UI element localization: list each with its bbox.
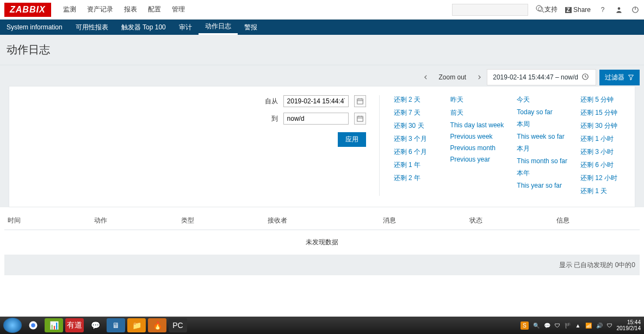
- search-input[interactable]: [456, 6, 537, 14]
- to-input[interactable]: [283, 113, 349, 125]
- tray-volume-icon[interactable]: 🔊: [596, 323, 603, 329]
- quick-range-link[interactable]: Previous year: [450, 156, 504, 163]
- clock-icon: [581, 73, 590, 82]
- quick-range-link[interactable]: This month so far: [517, 157, 567, 165]
- table-header[interactable]: 信息: [553, 212, 640, 230]
- from-calendar-icon[interactable]: [354, 95, 366, 107]
- quick-range-link[interactable]: 还剩 7 天: [394, 108, 437, 117]
- tray-up-icon[interactable]: ▲: [575, 323, 581, 329]
- tab-audit[interactable]: 审计: [172, 20, 199, 35]
- filter-panel: 自从 到 应用 还剩 2 天还剩 7 天还剩 30 天还剩 3 个月还剩 6 个…: [9, 86, 635, 207]
- time-range-label: 2019-02-14 15:44:47 – now/d: [493, 73, 578, 81]
- windows-taskbar: 📊 有道 💬 🖥 📁 🔥 PC S 🔍 💬 🛡 🏴 ▲ 📶 🔊 🛡 15:44 …: [0, 317, 644, 334]
- nav-inventory[interactable]: 资产记录: [82, 5, 119, 14]
- quick-range-link[interactable]: 还剩 1 小时: [580, 134, 624, 144]
- tray-shield-icon[interactable]: 🛡: [607, 323, 612, 329]
- quick-range-link[interactable]: 还剩 30 分钟: [580, 121, 624, 131]
- quick-range-link[interactable]: Previous week: [450, 133, 504, 140]
- taskbar-app2-icon[interactable]: 🖥: [107, 318, 125, 332]
- quick-range-link[interactable]: 本月: [517, 144, 567, 153]
- search-box[interactable]: [452, 4, 528, 16]
- table-header[interactable]: 消息: [380, 212, 466, 230]
- quick-range-link[interactable]: 今天: [517, 95, 567, 104]
- help-icon[interactable]: ?: [598, 5, 607, 14]
- taskbar-app4-icon[interactable]: 🔥: [148, 318, 166, 332]
- tray-signal-icon[interactable]: 📶: [585, 323, 592, 329]
- quick-range-link[interactable]: 本周: [517, 120, 567, 129]
- taskbar-app3-icon[interactable]: 📁: [127, 318, 146, 332]
- quick-range-link[interactable]: 昨天: [450, 95, 504, 104]
- quick-range-link[interactable]: 还剩 5 分钟: [580, 95, 624, 104]
- svg-point-17: [31, 323, 35, 327]
- empty-row: 未发现数据: [4, 230, 640, 255]
- taskbar-wechat-icon[interactable]: 💬: [86, 318, 104, 332]
- table-footer: 显示 已自动发现的 0中的0: [4, 255, 640, 275]
- power-icon[interactable]: [631, 5, 640, 14]
- time-range[interactable]: 2019-02-14 15:44:47 – now/d: [487, 69, 596, 85]
- tab-action-log[interactable]: 动作日志: [199, 20, 238, 35]
- tab-alerts[interactable]: 警报: [238, 20, 264, 35]
- quick-range-link[interactable]: 还剩 2 年: [394, 174, 437, 183]
- table-header[interactable]: 状态: [466, 212, 553, 230]
- tray-wechat-icon[interactable]: 💬: [544, 323, 550, 329]
- quick-range-link[interactable]: 还剩 1 天: [580, 187, 624, 196]
- tab-triggers-top[interactable]: 触发器 Top 100: [115, 20, 172, 35]
- time-prev-icon[interactable]: [418, 70, 434, 85]
- taskbar-pycharm-icon[interactable]: PC: [169, 318, 187, 332]
- quick-range-link[interactable]: This week so far: [517, 133, 567, 140]
- table-header[interactable]: 类型: [178, 212, 264, 230]
- filter-button[interactable]: 过滤器: [599, 70, 640, 85]
- tray-sogou-icon[interactable]: S: [521, 321, 529, 330]
- system-tray[interactable]: S 🔍 💬 🛡 🏴 ▲ 📶 🔊 🛡 15:44 2019/2/14: [521, 319, 641, 331]
- table-header[interactable]: 接收者: [264, 212, 380, 230]
- quick-range-link[interactable]: 还剩 12 小时: [580, 174, 624, 183]
- svg-rect-12: [357, 116, 363, 121]
- quick-ranges: 还剩 2 天还剩 7 天还剩 30 天还剩 3 个月还剩 6 个月还剩 1 年还…: [380, 95, 624, 196]
- quick-range-link[interactable]: Previous month: [450, 144, 504, 152]
- quick-range-link[interactable]: 还剩 3 个月: [394, 134, 437, 144]
- share-link[interactable]: Z Share: [565, 6, 591, 14]
- taskbar-date: 2019/2/14: [617, 325, 641, 331]
- tab-availability[interactable]: 可用性报表: [69, 20, 115, 35]
- page-title: 动作日志: [0, 35, 644, 65]
- support-link[interactable]: 支持: [536, 5, 557, 14]
- nav-reports[interactable]: 报表: [119, 5, 143, 14]
- tray-app-icon[interactable]: 🛡: [555, 323, 560, 329]
- tray-flag-icon[interactable]: 🏴: [565, 323, 571, 329]
- taskbar-time: 15:44: [617, 319, 641, 325]
- taskbar-clock[interactable]: 15:44 2019/2/14: [617, 319, 641, 331]
- quick-range-link[interactable]: 还剩 6 个月: [394, 147, 437, 157]
- taskbar-app1-icon[interactable]: 📊: [45, 318, 63, 332]
- quick-range-link[interactable]: 还剩 3 小时: [580, 147, 624, 157]
- to-calendar-icon[interactable]: [354, 113, 366, 125]
- taskbar-chrome-icon[interactable]: [24, 318, 42, 332]
- quick-range-link[interactable]: 前天: [450, 108, 504, 117]
- table-header[interactable]: 动作: [91, 212, 177, 230]
- user-icon[interactable]: [615, 5, 623, 14]
- apply-button[interactable]: 应用: [338, 132, 366, 147]
- logo[interactable]: ZABBIX: [4, 3, 51, 17]
- quick-range-link[interactable]: This year so far: [517, 182, 567, 189]
- table-header[interactable]: 时间: [4, 212, 91, 230]
- tray-search-icon[interactable]: 🔍: [533, 323, 540, 329]
- nav-config[interactable]: 配置: [143, 5, 166, 14]
- quick-range-link[interactable]: 还剩 2 天: [394, 95, 437, 104]
- nav-monitoring[interactable]: 监测: [58, 5, 82, 14]
- from-input[interactable]: [283, 95, 349, 107]
- zoom-out-button[interactable]: Zoom out: [434, 73, 472, 81]
- svg-rect-8: [357, 99, 363, 104]
- tab-system-info[interactable]: System information: [0, 20, 69, 35]
- quick-range-link[interactable]: 还剩 30 天: [394, 121, 437, 131]
- quick-range-link[interactable]: This day last week: [450, 121, 504, 129]
- quick-range-link[interactable]: 还剩 6 小时: [580, 160, 624, 170]
- quick-range-link[interactable]: Today so far: [517, 108, 567, 116]
- start-button[interactable]: [3, 318, 22, 333]
- quick-range-link[interactable]: 还剩 1 年: [394, 160, 437, 170]
- taskbar-youdao-icon[interactable]: 有道: [65, 318, 84, 332]
- quick-range-link[interactable]: 还剩 15 分钟: [580, 108, 624, 117]
- share-label: Share: [573, 6, 591, 14]
- quick-range-link[interactable]: 本年: [517, 169, 567, 178]
- nav-admin[interactable]: 管理: [166, 5, 190, 14]
- time-next-icon[interactable]: [472, 70, 487, 85]
- svg-point-3: [618, 7, 621, 10]
